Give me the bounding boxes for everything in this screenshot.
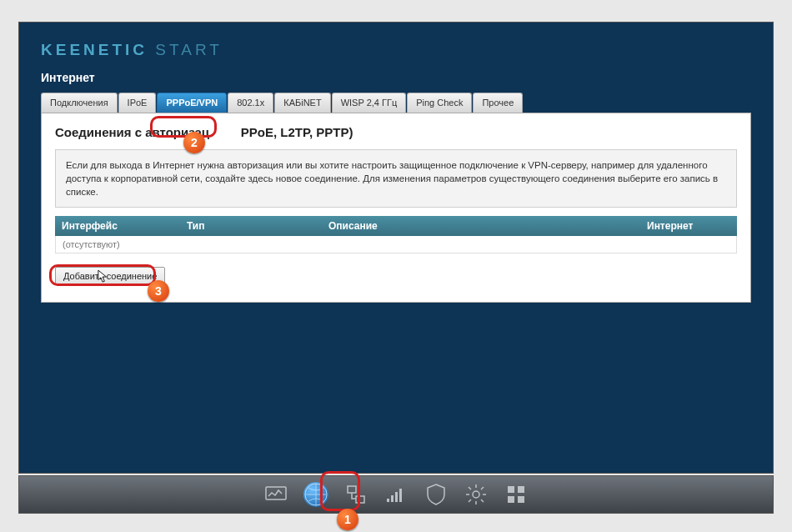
brand-logo: KEENETIC START: [41, 41, 751, 59]
toolbar-wifi-icon[interactable]: [384, 483, 408, 506]
svg-rect-7: [399, 489, 402, 502]
tab-pingcheck[interactable]: Ping Check: [407, 93, 472, 113]
tab-ipoe[interactable]: IPoE: [118, 93, 157, 113]
table-empty-row: (отсутствуют): [55, 236, 737, 253]
tab-other[interactable]: Прочее: [473, 93, 523, 113]
svg-rect-6: [395, 492, 398, 502]
tab-kabinet[interactable]: КАБiNET: [274, 93, 330, 113]
tab-bar: Подключения IPoE PPPoE/VPN 802.1x КАБiNE…: [41, 93, 751, 113]
brand-main: KEENETIC: [41, 41, 148, 58]
svg-rect-19: [508, 496, 514, 503]
toolbar-monitor-icon[interactable]: [264, 483, 288, 506]
table-header: Интерфейс Тип Описание Интернет: [55, 216, 737, 236]
tab-wisp24[interactable]: WISP 2,4 ГГц: [332, 93, 407, 113]
svg-line-13: [469, 487, 471, 489]
svg-line-16: [481, 487, 484, 489]
toolbar-internet-icon[interactable]: [304, 483, 328, 506]
page-title: Интернет: [41, 71, 751, 84]
svg-rect-2: [348, 486, 356, 493]
toolbar-settings-icon[interactable]: [464, 483, 488, 506]
panel-heading: Соединения с авторизации (PPPoE, L2TP, P…: [55, 125, 737, 139]
toolbar-network-icon[interactable]: [344, 483, 368, 506]
annotation-label-1: 1: [337, 509, 358, 530]
col-interface: Интерфейс: [62, 220, 187, 232]
info-text: Если для выхода в Интернет нужна авториз…: [55, 149, 737, 208]
tab-pppoe-vpn[interactable]: PPPoE/VPN: [157, 93, 227, 113]
svg-rect-18: [518, 486, 524, 493]
bottom-toolbar: [18, 475, 774, 514]
globe-icon: [303, 482, 328, 507]
annotation-label-3: 3: [148, 280, 169, 302]
svg-rect-4: [387, 499, 389, 502]
annotation-label-2: 2: [183, 132, 205, 153]
add-connection-label: Добавить соединение: [63, 271, 157, 281]
svg-point-8: [473, 491, 479, 498]
svg-rect-17: [508, 486, 514, 493]
tab-8021x[interactable]: 802.1x: [228, 93, 273, 113]
svg-rect-20: [518, 496, 524, 503]
toolbar-firewall-icon[interactable]: [424, 483, 448, 506]
svg-rect-5: [391, 495, 393, 502]
toolbar-apps-icon[interactable]: [504, 483, 528, 506]
col-description: Описание: [328, 220, 647, 232]
col-type: Тип: [187, 220, 328, 232]
svg-rect-3: [356, 496, 364, 503]
svg-line-15: [469, 499, 471, 502]
tab-connections[interactable]: Подключения: [41, 93, 118, 113]
svg-line-14: [481, 499, 484, 502]
col-internet: Интернет: [647, 220, 730, 232]
add-connection-button[interactable]: Добавить соединение: [55, 267, 165, 285]
brand-sub: START: [155, 41, 223, 58]
content-panel: Соединения с авторизации (PPPoE, L2TP, P…: [41, 113, 751, 303]
